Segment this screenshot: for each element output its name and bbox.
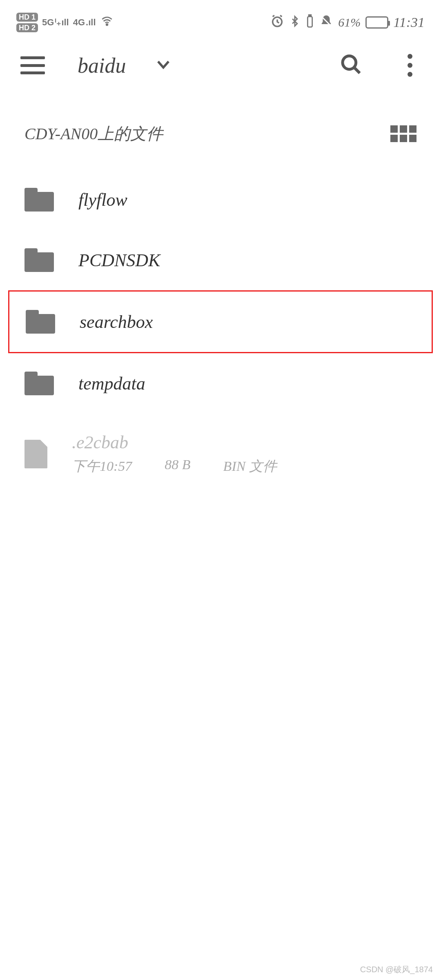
item-kind: BIN 文件 bbox=[223, 457, 277, 476]
status-left: HD 1 HD 2 5G ᴵ₊ıll 4G .ıll bbox=[16, 13, 114, 32]
hd-badge-1: HD 1 bbox=[16, 13, 38, 22]
svg-rect-2 bbox=[308, 16, 312, 27]
file-icon bbox=[24, 440, 47, 468]
signal-5g: 5G ᴵ₊ıll bbox=[42, 17, 69, 28]
folder-icon bbox=[26, 310, 55, 334]
svg-point-0 bbox=[106, 24, 108, 25]
signal-4g: 4G .ıll bbox=[73, 17, 96, 28]
svg-rect-3 bbox=[309, 15, 311, 16]
item-time: 下午10:57 bbox=[72, 457, 132, 476]
folder-icon bbox=[24, 372, 54, 395]
item-name: flyflow bbox=[78, 189, 416, 210]
mute-icon bbox=[319, 14, 333, 31]
file-list: flyflowPCDNSDKsearchboxtempdata.e2cbab下午… bbox=[0, 161, 441, 502]
watermark: CSDN @破风_1874 bbox=[360, 964, 433, 975]
item-name: .e2cbab bbox=[72, 432, 416, 453]
item-meta: 下午10:5788 BBIN 文件 bbox=[72, 457, 416, 476]
menu-button[interactable] bbox=[20, 56, 45, 74]
hd-badge-2: HD 2 bbox=[16, 23, 38, 32]
folder-row[interactable]: tempdata bbox=[8, 353, 433, 414]
item-name: tempdata bbox=[78, 373, 416, 394]
folder-icon bbox=[24, 188, 54, 212]
item-size: 88 B bbox=[165, 457, 190, 476]
folder-row[interactable]: PCDNSDK bbox=[8, 230, 433, 290]
clock-text: 11:31 bbox=[393, 15, 425, 30]
search-button[interactable] bbox=[340, 53, 363, 78]
item-name: PCDNSDK bbox=[78, 250, 416, 271]
chevron-down-icon[interactable] bbox=[154, 56, 172, 75]
status-bar: HD 1 HD 2 5G ᴵ₊ıll 4G .ıll 61% 11:31 bbox=[0, 0, 441, 37]
breadcrumb-title[interactable]: baidu bbox=[78, 53, 126, 78]
app-bar: baidu bbox=[0, 37, 441, 90]
battery-small-icon bbox=[305, 14, 314, 31]
folder-row[interactable]: flyflow bbox=[8, 169, 433, 230]
battery-percent: 61% bbox=[338, 16, 361, 29]
folder-icon bbox=[24, 248, 54, 272]
svg-point-4 bbox=[343, 56, 356, 69]
folder-row[interactable]: searchbox bbox=[8, 290, 433, 353]
alarm-icon bbox=[270, 14, 284, 31]
subheader: CDY-AN00上的文件 bbox=[0, 90, 441, 161]
item-name: searchbox bbox=[80, 312, 415, 332]
battery-icon bbox=[365, 16, 388, 29]
bluetooth-icon bbox=[289, 14, 301, 31]
wifi-icon bbox=[100, 16, 114, 29]
overflow-menu-button[interactable] bbox=[399, 54, 421, 77]
location-label: CDY-AN00上的文件 bbox=[24, 122, 163, 145]
status-right: 61% 11:31 bbox=[270, 14, 425, 31]
file-row[interactable]: .e2cbab下午10:5788 BBIN 文件 bbox=[8, 414, 433, 494]
grid-view-button[interactable] bbox=[390, 125, 416, 142]
